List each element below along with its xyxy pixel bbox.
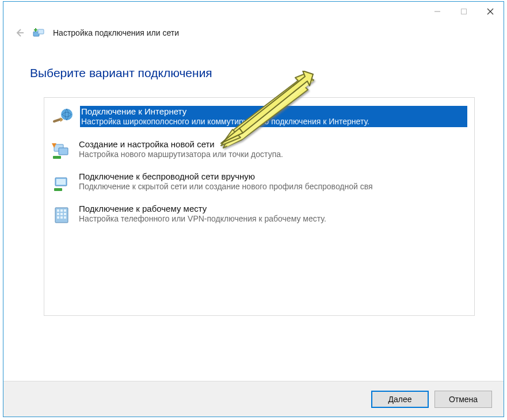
svg-rect-15	[54, 188, 62, 191]
svg-rect-20	[57, 213, 59, 215]
option-title: Подключение к беспроводной сети вручную	[79, 171, 468, 181]
dialog-window: Настройка подключения или сети Выберите …	[3, 1, 504, 417]
svg-rect-10	[59, 148, 68, 155]
svg-rect-22	[64, 213, 66, 215]
router-icon	[50, 139, 73, 161]
svg-rect-1	[462, 9, 467, 14]
next-button[interactable]: Далее	[371, 391, 429, 408]
option-title: Подключение к Интернету	[81, 106, 466, 116]
svg-rect-14	[56, 179, 66, 185]
wireless-icon	[50, 171, 73, 193]
page-heading: Выберите вариант подключения	[30, 66, 477, 80]
option-title: Создание и настройка новой сети	[79, 139, 468, 149]
minimize-button[interactable]	[424, 3, 451, 20]
cancel-button[interactable]: Отмена	[434, 391, 492, 408]
header-row: Настройка подключения или сети	[3, 21, 504, 40]
option-workplace[interactable]: Подключение к рабочему месту Настройка т…	[44, 199, 474, 231]
globe-icon	[51, 106, 74, 128]
svg-rect-6	[38, 29, 44, 34]
option-desc: Настройка телефонного или VPN-подключени…	[79, 214, 468, 223]
option-create-network[interactable]: Создание и настройка новой сети Настройк…	[44, 135, 474, 167]
maximize-button[interactable]	[451, 3, 477, 20]
svg-rect-21	[60, 213, 63, 215]
option-title: Подключение к рабочему месту	[79, 204, 468, 213]
option-desc: Настройка широкополосного или коммутируе…	[81, 117, 466, 126]
option-desc: Настройка нового маршрутизатора или точк…	[79, 150, 468, 159]
svg-rect-19	[64, 209, 66, 212]
svg-rect-23	[57, 216, 59, 219]
svg-rect-11	[53, 156, 61, 159]
titlebar	[3, 2, 504, 21]
svg-rect-18	[60, 209, 63, 212]
svg-rect-17	[57, 209, 59, 212]
option-desc: Подключение к скрытой сети или создание …	[79, 182, 468, 191]
option-wireless-manual[interactable]: Подключение к беспроводной сети вручную …	[44, 167, 474, 199]
svg-point-7	[61, 109, 73, 120]
options-list: Подключение к Интернету Настройка широко…	[44, 97, 475, 316]
svg-rect-25	[64, 216, 66, 219]
svg-rect-24	[60, 216, 63, 219]
content-area: Выберите вариант подключения Подключение…	[3, 40, 504, 316]
back-arrow-icon[interactable]	[14, 27, 25, 39]
network-wizard-icon	[32, 26, 46, 40]
close-button[interactable]	[477, 3, 504, 20]
workplace-icon	[50, 204, 73, 226]
header-title: Настройка подключения или сети	[53, 28, 179, 37]
option-connect-internet[interactable]: Подключение к Интернету Настройка широко…	[49, 102, 470, 132]
footer: Далее Отмена	[3, 381, 504, 417]
